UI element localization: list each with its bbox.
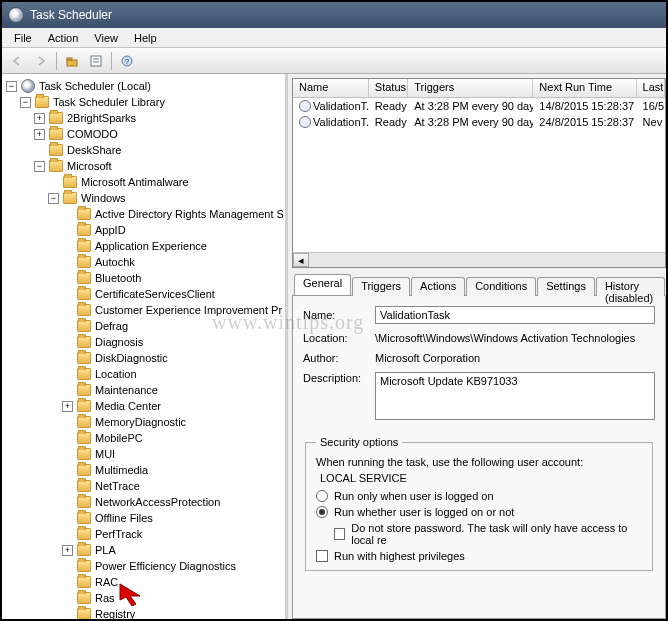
tree-node[interactable]: Customer Experience Improvement Pr [62, 302, 285, 318]
cell-last: 16/5 [637, 100, 665, 112]
tree-root: − Task Scheduler (Local) − Task Schedule… [2, 78, 285, 619]
tree-node[interactable]: +COMODO [34, 126, 285, 142]
tree-node[interactable]: NetworkAccessProtection [62, 494, 285, 510]
scheduler-icon [21, 79, 35, 93]
table-row[interactable]: ValidationT... Ready At 3:28 PM every 90… [293, 114, 665, 130]
tree-label: Application Experience [95, 238, 207, 254]
tree-node[interactable]: PerfTrack [62, 526, 285, 542]
scroll-left-icon[interactable]: ◂ [293, 253, 309, 267]
security-legend: Security options [316, 436, 402, 448]
tab-general[interactable]: General [294, 274, 351, 295]
folder-icon [77, 352, 91, 364]
tree-node[interactable]: DiskDiagnostic [62, 350, 285, 366]
tree-node[interactable]: Offline Files [62, 510, 285, 526]
field-description[interactable]: Microsoft Update KB971033 [375, 372, 655, 420]
tree-node[interactable]: Location [62, 366, 285, 382]
expand-icon[interactable]: + [62, 545, 73, 556]
tree-node[interactable]: CertificateServicesClient [62, 286, 285, 302]
tree-node[interactable]: AppID [62, 222, 285, 238]
radio-run-logged-on[interactable]: Run only when user is logged on [316, 490, 642, 502]
tree-label: Active Directory Rights Management S [95, 206, 284, 222]
expand-icon[interactable]: − [34, 161, 45, 172]
col-status[interactable]: Status [369, 79, 408, 97]
tab-settings[interactable]: Settings [537, 277, 595, 296]
table-row[interactable]: ValidationT... Ready At 3:28 PM every 90… [293, 98, 665, 114]
tab-conditions[interactable]: Conditions [466, 277, 536, 296]
tree-node[interactable]: Defrag [62, 318, 285, 334]
tree-label: Power Efficiency Diagnostics [95, 558, 236, 574]
tree-node-library[interactable]: − Task Scheduler Library [20, 94, 285, 110]
radio-icon [316, 490, 328, 502]
folder-icon [77, 592, 91, 604]
tree-node[interactable]: Ras [62, 590, 285, 606]
tree-node[interactable]: Registry [62, 606, 285, 619]
col-last[interactable]: Last [637, 79, 665, 97]
tree-node[interactable]: Power Efficiency Diagnostics [62, 558, 285, 574]
toolbar-separator [56, 52, 57, 70]
cell-name: ValidationT... [313, 116, 369, 128]
menu-help[interactable]: Help [126, 30, 165, 46]
tree-node[interactable]: MUI [62, 446, 285, 462]
expand-icon [34, 145, 45, 156]
tree-label: Bluetooth [95, 270, 141, 286]
tree-node[interactable]: NetTrace [62, 478, 285, 494]
expand-icon[interactable]: + [34, 129, 45, 140]
tree-node[interactable]: +2BrightSparks [34, 110, 285, 126]
tree-node[interactable]: Active Directory Rights Management S [62, 206, 285, 222]
menu-action[interactable]: Action [40, 30, 87, 46]
tree-node[interactable]: MemoryDiagnostic [62, 414, 285, 430]
tree-node[interactable]: Bluetooth [62, 270, 285, 286]
tree-label: Ras [95, 590, 115, 606]
tree-label: PLA [95, 542, 116, 558]
tree-label: Task Scheduler (Local) [39, 78, 151, 94]
col-next[interactable]: Next Run Time [533, 79, 636, 97]
menu-file[interactable]: File [6, 30, 40, 46]
tree-node[interactable]: DeskShare [34, 142, 285, 158]
tab-history[interactable]: History (disabled) [596, 277, 665, 296]
menu-view[interactable]: View [86, 30, 126, 46]
field-name[interactable]: ValidationTask [375, 306, 655, 324]
check-highest-priv[interactable]: Run with highest privileges [316, 550, 642, 562]
back-button[interactable] [6, 50, 28, 72]
tree-label: RAC [95, 574, 118, 590]
label-author: Author: [303, 352, 375, 364]
tree-node[interactable]: Microsoft Antimalware [48, 174, 285, 190]
tree-node[interactable]: +Media Center [62, 398, 285, 414]
tree-label: Microsoft Antimalware [81, 174, 189, 190]
tree-label: DeskShare [67, 142, 121, 158]
tree-node[interactable]: Application Experience [62, 238, 285, 254]
up-button[interactable] [61, 50, 83, 72]
check-no-password[interactable]: Do not store password. The task will onl… [334, 522, 642, 546]
tree-node[interactable]: −Microsoft [34, 158, 285, 174]
tree-node[interactable]: MobilePC [62, 430, 285, 446]
tree-node[interactable]: Multimedia [62, 462, 285, 478]
tree-node[interactable]: +PLA [62, 542, 285, 558]
tab-actions[interactable]: Actions [411, 277, 465, 296]
folder-icon [77, 448, 91, 460]
expand-icon[interactable]: + [34, 113, 45, 124]
tree-node[interactable]: −Windows [48, 190, 285, 206]
tab-triggers[interactable]: Triggers [352, 277, 410, 296]
folder-icon [77, 304, 91, 316]
help-button[interactable]: ? [116, 50, 138, 72]
expand-icon[interactable]: − [20, 97, 31, 108]
col-name[interactable]: Name [293, 79, 369, 97]
tree-node-root[interactable]: − Task Scheduler (Local) [6, 78, 285, 94]
tree-label: CertificateServicesClient [95, 286, 215, 302]
col-triggers[interactable]: Triggers [408, 79, 533, 97]
tree-node[interactable]: Diagnosis [62, 334, 285, 350]
tree-label: Registry [95, 606, 135, 619]
forward-button[interactable] [30, 50, 52, 72]
expand-icon[interactable]: − [48, 193, 59, 204]
tree-node[interactable]: Maintenance [62, 382, 285, 398]
folder-icon [77, 240, 91, 252]
expand-icon[interactable]: + [62, 401, 73, 412]
tree-label: Task Scheduler Library [53, 94, 165, 110]
properties-button[interactable] [85, 50, 107, 72]
radio-run-whether[interactable]: Run whether user is logged on or not [316, 506, 642, 518]
tree-node[interactable]: Autochk [62, 254, 285, 270]
horizontal-scrollbar[interactable]: ◂ [293, 252, 665, 268]
expand-icon[interactable]: − [6, 81, 17, 92]
tree-node[interactable]: RAC [62, 574, 285, 590]
cell-triggers: At 3:28 PM every 90 days [408, 116, 533, 128]
